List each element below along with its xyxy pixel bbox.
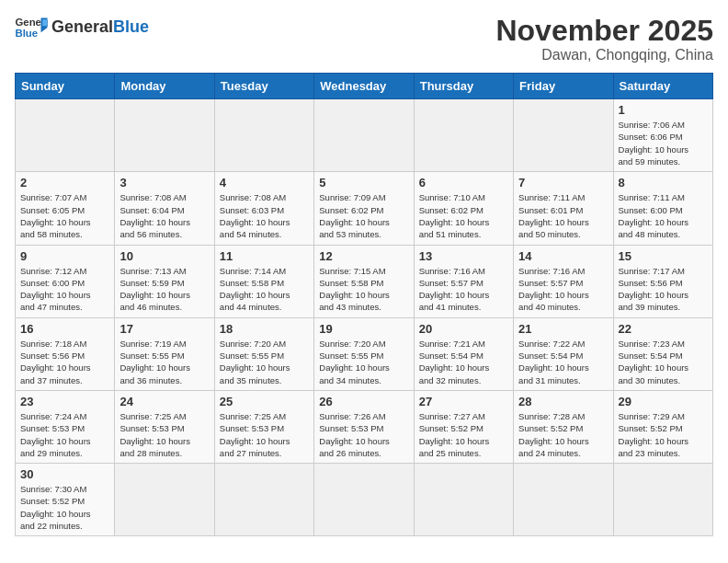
day-info: Sunrise: 7:25 AM Sunset: 5:53 PM Dayligh… (119, 410, 209, 459)
day-number: 16 (20, 322, 109, 336)
weekday-header: Sunday (16, 74, 115, 99)
page-header: General Blue GeneralBlue November 2025 D… (15, 15, 713, 63)
day-info: Sunrise: 7:15 AM Sunset: 5:58 PM Dayligh… (319, 265, 408, 314)
calendar-cell: 11Sunrise: 7:14 AM Sunset: 5:58 PM Dayli… (214, 245, 313, 317)
day-number: 18 (220, 322, 309, 336)
calendar-week-row: 16Sunrise: 7:18 AM Sunset: 5:56 PM Dayli… (16, 317, 713, 390)
svg-text:Blue: Blue (16, 28, 39, 39)
calendar-cell: 27Sunrise: 7:27 AM Sunset: 5:52 PM Dayli… (414, 390, 513, 463)
day-number: 28 (518, 395, 608, 408)
day-info: Sunrise: 7:25 AM Sunset: 5:53 PM Dayligh… (220, 410, 309, 459)
calendar-week-row: 1Sunrise: 7:06 AM Sunset: 6:06 PM Daylig… (16, 99, 713, 172)
day-info: Sunrise: 7:21 AM Sunset: 5:54 PM Dayligh… (419, 338, 508, 386)
day-number: 8 (619, 176, 708, 190)
calendar-cell (115, 99, 214, 172)
day-info: Sunrise: 7:27 AM Sunset: 5:52 PM Dayligh… (419, 410, 508, 459)
day-number: 27 (419, 395, 508, 408)
weekday-header: Tuesday (214, 74, 313, 99)
logo-icon: General Blue (15, 15, 48, 40)
day-number: 25 (220, 395, 309, 408)
day-number: 3 (119, 176, 209, 190)
day-info: Sunrise: 7:12 AM Sunset: 6:00 PM Dayligh… (20, 265, 109, 314)
calendar-cell: 26Sunrise: 7:26 AM Sunset: 5:53 PM Dayli… (314, 390, 414, 463)
calendar-cell (314, 464, 414, 536)
calendar-cell (214, 464, 313, 536)
calendar-cell: 4Sunrise: 7:08 AM Sunset: 6:03 PM Daylig… (214, 172, 313, 245)
calendar-cell (414, 464, 513, 536)
day-number: 11 (220, 249, 309, 263)
day-number: 26 (319, 395, 408, 408)
logo: General Blue GeneralBlue (15, 15, 149, 40)
calendar-cell: 8Sunrise: 7:11 AM Sunset: 6:00 PM Daylig… (613, 172, 712, 245)
location: Dawan, Chongqing, China (495, 47, 713, 63)
day-number: 10 (119, 249, 209, 263)
day-number: 4 (220, 176, 309, 190)
day-number: 5 (319, 176, 408, 190)
calendar-cell: 3Sunrise: 7:08 AM Sunset: 6:04 PM Daylig… (115, 172, 214, 245)
weekday-header: Thursday (414, 74, 513, 99)
day-info: Sunrise: 7:08 AM Sunset: 6:04 PM Dayligh… (119, 191, 209, 240)
day-info: Sunrise: 7:24 AM Sunset: 5:53 PM Dayligh… (20, 410, 109, 459)
month-title: November 2025 (495, 15, 713, 47)
calendar-cell (514, 99, 613, 172)
day-number: 29 (619, 395, 708, 408)
calendar-cell: 22Sunrise: 7:23 AM Sunset: 5:54 PM Dayli… (613, 317, 712, 390)
calendar-cell: 19Sunrise: 7:20 AM Sunset: 5:55 PM Dayli… (314, 317, 414, 390)
calendar-cell (414, 99, 513, 172)
calendar-cell: 6Sunrise: 7:10 AM Sunset: 6:02 PM Daylig… (414, 172, 513, 245)
calendar-cell (16, 99, 115, 172)
day-info: Sunrise: 7:16 AM Sunset: 5:57 PM Dayligh… (518, 265, 608, 314)
calendar-week-row: 9Sunrise: 7:12 AM Sunset: 6:00 PM Daylig… (16, 245, 713, 317)
weekday-header: Wednesday (314, 74, 414, 99)
calendar-week-row: 23Sunrise: 7:24 AM Sunset: 5:53 PM Dayli… (16, 390, 713, 463)
calendar-cell: 17Sunrise: 7:19 AM Sunset: 5:55 PM Dayli… (115, 317, 214, 390)
day-info: Sunrise: 7:11 AM Sunset: 6:01 PM Dayligh… (518, 191, 608, 240)
calendar-cell: 1Sunrise: 7:06 AM Sunset: 6:06 PM Daylig… (613, 99, 712, 172)
day-info: Sunrise: 7:06 AM Sunset: 6:06 PM Dayligh… (619, 119, 708, 167)
day-number: 1 (619, 103, 708, 117)
weekday-header: Monday (115, 74, 214, 99)
day-number: 12 (319, 249, 408, 263)
day-info: Sunrise: 7:08 AM Sunset: 6:03 PM Dayligh… (220, 191, 309, 240)
calendar-cell: 14Sunrise: 7:16 AM Sunset: 5:57 PM Dayli… (514, 245, 613, 317)
day-info: Sunrise: 7:20 AM Sunset: 5:55 PM Dayligh… (319, 338, 408, 386)
calendar-week-row: 2Sunrise: 7:07 AM Sunset: 6:05 PM Daylig… (16, 172, 713, 245)
calendar-cell: 21Sunrise: 7:22 AM Sunset: 5:54 PM Dayli… (514, 317, 613, 390)
calendar-cell: 18Sunrise: 7:20 AM Sunset: 5:55 PM Dayli… (214, 317, 313, 390)
day-number: 2 (20, 176, 109, 190)
calendar-cell: 15Sunrise: 7:17 AM Sunset: 5:56 PM Dayli… (613, 245, 712, 317)
logo-text: GeneralBlue (51, 18, 149, 37)
day-number: 15 (619, 249, 708, 263)
calendar-header-row: SundayMondayTuesdayWednesdayThursdayFrid… (16, 74, 713, 99)
calendar-cell (314, 99, 414, 172)
day-number: 7 (518, 176, 608, 190)
day-number: 21 (518, 322, 608, 336)
title-area: November 2025 Dawan, Chongqing, China (495, 15, 713, 63)
day-info: Sunrise: 7:13 AM Sunset: 5:59 PM Dayligh… (119, 265, 209, 314)
calendar-cell: 20Sunrise: 7:21 AM Sunset: 5:54 PM Dayli… (414, 317, 513, 390)
day-number: 20 (419, 322, 508, 336)
day-info: Sunrise: 7:29 AM Sunset: 5:52 PM Dayligh… (619, 410, 708, 459)
day-info: Sunrise: 7:26 AM Sunset: 5:53 PM Dayligh… (319, 410, 408, 459)
calendar-cell (214, 99, 313, 172)
day-info: Sunrise: 7:23 AM Sunset: 5:54 PM Dayligh… (619, 338, 708, 386)
calendar-cell: 2Sunrise: 7:07 AM Sunset: 6:05 PM Daylig… (16, 172, 115, 245)
calendar-cell: 16Sunrise: 7:18 AM Sunset: 5:56 PM Dayli… (16, 317, 115, 390)
day-info: Sunrise: 7:22 AM Sunset: 5:54 PM Dayligh… (518, 338, 608, 386)
day-number: 6 (419, 176, 508, 190)
day-number: 30 (20, 467, 109, 481)
day-info: Sunrise: 7:16 AM Sunset: 5:57 PM Dayligh… (419, 265, 508, 314)
day-info: Sunrise: 7:20 AM Sunset: 5:55 PM Dayligh… (220, 338, 309, 386)
day-number: 9 (20, 249, 109, 263)
day-number: 23 (20, 395, 109, 408)
day-number: 17 (119, 322, 209, 336)
calendar-week-row: 30Sunrise: 7:30 AM Sunset: 5:52 PM Dayli… (16, 464, 713, 536)
calendar-cell: 25Sunrise: 7:25 AM Sunset: 5:53 PM Dayli… (214, 390, 313, 463)
day-info: Sunrise: 7:30 AM Sunset: 5:52 PM Dayligh… (20, 483, 109, 532)
weekday-header: Saturday (613, 74, 712, 99)
day-info: Sunrise: 7:28 AM Sunset: 5:52 PM Dayligh… (518, 410, 608, 459)
day-info: Sunrise: 7:07 AM Sunset: 6:05 PM Dayligh… (20, 191, 109, 240)
calendar-cell: 30Sunrise: 7:30 AM Sunset: 5:52 PM Dayli… (16, 464, 115, 536)
day-info: Sunrise: 7:09 AM Sunset: 6:02 PM Dayligh… (319, 191, 408, 240)
calendar-table: SundayMondayTuesdayWednesdayThursdayFrid… (15, 73, 713, 536)
